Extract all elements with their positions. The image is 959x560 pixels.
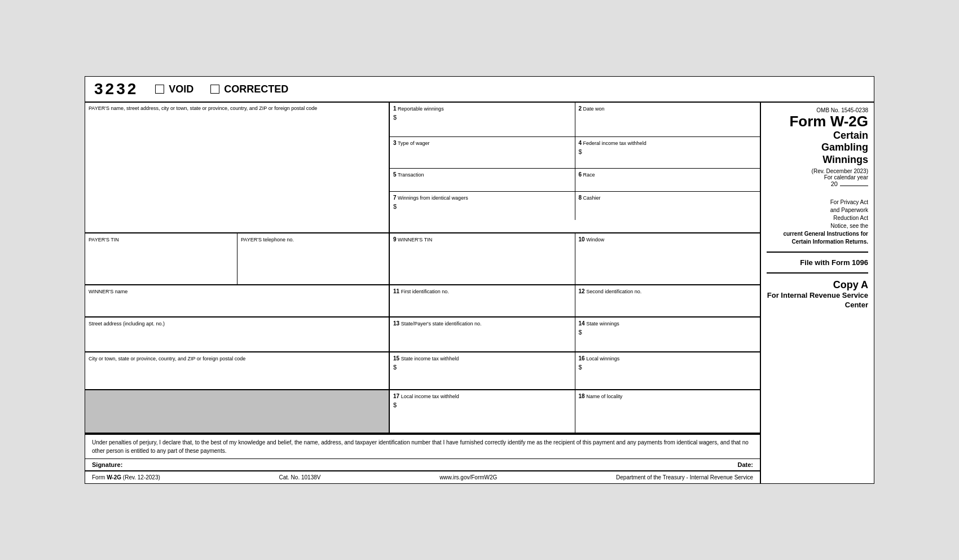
copy-a-label: Copy A	[767, 279, 868, 291]
field-3-cell: 3 Type of wager	[390, 137, 575, 168]
field-7-dollar: $	[393, 203, 571, 210]
corrected-group: CORRECTED	[210, 83, 288, 95]
winner-name-row: WINNER'S name 11 First identification no…	[85, 285, 760, 318]
privacy-line2: and Paperwork	[830, 207, 868, 213]
field-16-cell: 16 Local winnings $	[575, 352, 760, 389]
cal-year-prefix: 20	[831, 180, 838, 187]
row-15-16: 15 State income tax withheld $ 16 Local …	[390, 352, 760, 389]
payer-name-label: PAYER'S name, street address, city or to…	[89, 105, 317, 111]
street-row: Street address (including apt. no.) 13 S…	[85, 318, 760, 352]
field-9-label: 9 WINNER'S TIN	[393, 237, 432, 242]
date-label: Date:	[737, 461, 753, 468]
privacy-line1: For Privacy Act	[830, 199, 868, 205]
field-7-label: 7 Winnings from identical wagers	[393, 195, 468, 201]
file-with: File with Form 1096	[767, 258, 868, 267]
tin-phone-row: PAYER'S TIN PAYER'S telephone no. 9 WINN…	[85, 233, 760, 285]
city-row: City or town, state or province, country…	[85, 352, 760, 390]
winner-name-label: WINNER'S name	[89, 289, 127, 294]
form-id-number: 3232	[94, 80, 138, 98]
field-4-label: 4 Federal income tax withheld	[579, 140, 646, 146]
bottom-row: 17 Local income tax withheld $ 18 Name o…	[85, 390, 760, 434]
signature-label: Signature:	[92, 461, 122, 468]
field-10-cell: 10 Window	[575, 233, 760, 284]
fields-15-16-section: 15 State income tax withheld $ 16 Local …	[390, 352, 760, 389]
field-13-label: 13 State/Payer's state identification no…	[393, 321, 481, 327]
footer-url: www.irs.gov/FormW2G	[439, 474, 497, 480]
cal-year-value: 20	[767, 180, 868, 187]
field-17-dollar: $	[393, 402, 571, 408]
field-11-cell: 11 First identification no.	[390, 285, 575, 316]
field-8-cell: 8 Cashier	[575, 192, 760, 220]
field-15-label: 15 State income tax withheld	[393, 356, 459, 361]
fields-9-10-section: 9 WINNER'S TIN 10 Window	[390, 233, 760, 284]
row-13-14: 13 State/Payer's state identification no…	[390, 318, 760, 351]
field-10-label: 10 Window	[579, 237, 605, 242]
form-w2g: 3232 VOID CORRECTED PAYER'S name, street…	[85, 76, 874, 484]
field-14-cell: 14 State winnings $	[575, 318, 760, 351]
panel-divider-2	[767, 272, 868, 274]
penalty-text: Under penalties of perjury, I declare th…	[92, 439, 749, 454]
fields-1-2-section: 1 Reportable winnings $ 2 Date won	[390, 103, 760, 232]
field-7-cell: 7 Winnings from identical wagers $	[390, 192, 575, 220]
field-14-label: 14 State winnings	[579, 321, 619, 327]
privacy-notice: For Privacy Act and Paperwork Reduction …	[767, 199, 868, 246]
cal-year-blank	[840, 186, 868, 186]
row-7-8: 7 Winnings from identical wagers $ 8 Cas…	[390, 192, 760, 220]
void-group: VOID	[155, 83, 193, 95]
field-5-cell: 5 Transaction	[390, 169, 575, 191]
footer-right: Department of the Treasury - Internal Re…	[616, 474, 753, 480]
field-11-label: 11 First identification no.	[393, 289, 449, 294]
footer-dept: Department of the Treasury - Internal Re…	[616, 474, 753, 480]
row-9-10: 9 WINNER'S TIN 10 Window	[390, 233, 760, 284]
city-label: City or town, state or province, country…	[89, 356, 245, 361]
winner-name-cell: WINNER'S name	[85, 285, 390, 316]
field-17-label: 17 Local income tax withheld	[393, 394, 459, 399]
footer-rev: (Rev. 12-2023)	[123, 474, 160, 480]
field-17-cell: 17 Local income tax withheld $	[390, 390, 575, 433]
field-15-cell: 15 State income tax withheld $	[390, 352, 575, 389]
penalty-row: Under penalties of perjury, I declare th…	[85, 434, 760, 458]
form-subtitle-line1: Certain	[767, 130, 868, 142]
footer-row: Form W-2G (Rev. 12-2023) Cat. No. 10138V…	[85, 470, 760, 483]
row-17-18: 17 Local income tax withheld $ 18 Name o…	[390, 390, 760, 433]
fields-11-12-section: 11 First identification no. 12 Second id…	[390, 285, 760, 316]
form-subtitle-line2: Gambling	[767, 142, 868, 154]
privacy-line3: Reduction Act	[833, 215, 868, 221]
fields-13-14-section: 13 State/Payer's state identification no…	[390, 318, 760, 351]
field-3-label: 3 Type of wager	[393, 140, 429, 146]
row-3-4: 3 Type of wager 4 Federal income tax wit…	[390, 137, 760, 169]
privacy-line4: Notice, see the	[830, 223, 868, 229]
field-6-label: 6 Race	[579, 172, 595, 178]
copy-a-sub-label: For Internal Revenue Service Center	[767, 291, 868, 310]
field-8-label: 8 Cashier	[579, 195, 601, 201]
row-5-6: 5 Transaction 6 Race	[390, 169, 760, 192]
field-4-cell: 4 Federal income tax withheld $	[575, 137, 760, 168]
field-14-dollar: $	[579, 329, 757, 336]
gray-area	[85, 390, 390, 433]
footer-center-right: www.irs.gov/FormW2G	[439, 474, 497, 480]
date-right: Date:	[737, 461, 753, 468]
field-9-cell: 9 WINNER'S TIN	[390, 233, 575, 284]
footer-form-bold: W-2G	[107, 474, 121, 480]
field-1-label: 1 Reportable winnings	[393, 106, 444, 112]
field-5-label: 5 Transaction	[393, 172, 424, 178]
row-1-2: 1 Reportable winnings $ 2 Date won	[390, 103, 760, 137]
field-13-cell: 13 State/Payer's state identification no…	[390, 318, 575, 351]
field-18-cell: 18 Name of locality	[575, 390, 760, 433]
signature-row: Signature: Date:	[85, 458, 760, 470]
left-section: PAYER'S name, street address, city or to…	[85, 103, 761, 483]
payer-tin-label: PAYER'S TIN	[89, 237, 119, 242]
city-cell: City or town, state or province, country…	[85, 352, 390, 389]
field-2-cell: 2 Date won	[575, 103, 760, 136]
fields-17-18-section: 17 Local income tax withheld $ 18 Name o…	[390, 390, 760, 433]
payer-top-row: PAYER'S name, street address, city or to…	[85, 103, 760, 233]
field-15-dollar: $	[393, 364, 571, 371]
payer-tin-cell: PAYER'S TIN	[85, 233, 237, 284]
field-4-dollar: $	[579, 148, 757, 155]
void-checkbox[interactable]	[155, 85, 164, 94]
field-1-dollar: $	[393, 114, 571, 121]
form-title: Form W-2G	[767, 113, 868, 130]
field-18-label: 18 Name of locality	[579, 394, 623, 399]
void-label: VOID	[169, 83, 193, 95]
corrected-checkbox[interactable]	[210, 85, 219, 94]
